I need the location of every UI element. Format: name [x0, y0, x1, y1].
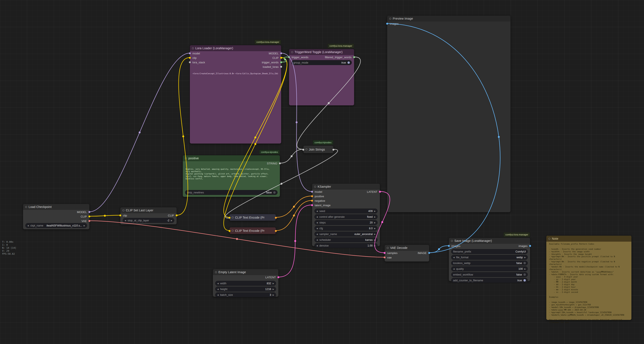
collapse-toggle-icon[interactable]	[451, 240, 453, 242]
node-positive-prompt[interactable]: comfyui-kjnodespositiveSTRINGhighres, ve…	[182, 155, 280, 197]
collapse-toggle-icon[interactable]	[389, 18, 391, 20]
widget-next-arrow-icon[interactable]: ▶	[272, 282, 274, 284]
widget-prev-arrow-icon[interactable]: ◀	[27, 224, 29, 227]
widget-embed-workflow[interactable]: embed_workflowfalse	[451, 272, 528, 277]
widget-prev-arrow-icon[interactable]: ◀	[217, 288, 219, 290]
widget-height[interactable]: ◀height1216▶	[215, 287, 276, 292]
node-join-strings[interactable]: comfyui-kjnodesJoin Strings	[303, 146, 334, 153]
port-dot[interactable]	[228, 217, 230, 219]
widget-stop-at-clip-layer[interactable]: ◀stop_at_clip_layer-2▶	[123, 218, 174, 223]
collapse-toggle-icon[interactable]	[215, 271, 217, 273]
widget-prev-arrow-icon[interactable]: ◀	[316, 233, 318, 235]
widget-prev-arrow-icon[interactable]: ◀	[316, 227, 318, 230]
note-text[interactable]: Available filename_prefix Pattern Codes …	[549, 243, 629, 324]
widget-prev-arrow-icon[interactable]: ◀	[124, 220, 126, 222]
collapse-toggle-icon[interactable]	[314, 186, 316, 188]
widget-value[interactable]: 100	[518, 268, 523, 270]
port-dot[interactable]	[311, 200, 313, 202]
node-header[interactable]: CLIP Text Encode (Pr	[230, 227, 276, 234]
node-empty-latent-image[interactable]: Empty Latent ImageLATENT◀width832▶◀heigh…	[213, 269, 278, 297]
widget-next-arrow-icon[interactable]: ▶	[374, 244, 376, 247]
widget-next-arrow-icon[interactable]: ▶	[272, 294, 274, 296]
collapse-toggle-icon[interactable]	[185, 158, 187, 159]
port-dot[interactable]	[280, 57, 282, 59]
widget-value[interactable]: 1.00	[368, 244, 373, 247]
widget-steps[interactable]: ◀steps20▶	[314, 220, 378, 225]
widget-group-mode[interactable]: group_modetrue	[292, 60, 352, 65]
node-header[interactable]: TriggerWord Toggle (LoraManager)	[289, 49, 354, 55]
node-vae-decode[interactable]: VAE DecodesamplesvaeIMAGE	[384, 244, 430, 262]
toggle-indicator[interactable]	[348, 62, 350, 64]
port-dot[interactable]	[189, 61, 191, 63]
widget-next-arrow-icon[interactable]: ▶	[84, 224, 85, 227]
collapse-toggle-icon[interactable]	[306, 148, 308, 150]
widget-value[interactable]: false	[516, 273, 522, 276]
widget-value[interactable]: -2	[167, 219, 169, 222]
port-dot[interactable]	[88, 216, 90, 218]
widget-cfg[interactable]: ◀cfg8.0▶	[314, 226, 378, 231]
port-dot[interactable]	[311, 204, 313, 206]
widget-next-arrow-icon[interactable]: ▶	[374, 227, 376, 230]
port-dot[interactable]	[279, 162, 281, 164]
port-dot[interactable]	[302, 149, 304, 151]
widget-prev-arrow-icon[interactable]: ◀	[316, 244, 318, 247]
node-note[interactable]: NoteAvailable filename_prefix Pattern Co…	[546, 236, 632, 320]
node-header[interactable]: Save Image (LoraManager)	[449, 238, 530, 244]
collapse-toggle-icon[interactable]	[232, 230, 234, 232]
toggle-indicator[interactable]	[524, 279, 526, 282]
node-lora-loader[interactable]: comfyui-lora-managerLora Loader (LoraMan…	[190, 45, 281, 144]
widget-lossless-webp[interactable]: lossless_webpfalse	[451, 260, 528, 266]
node-load-checkpoint[interactable]: Load CheckpointMODELCLIPVAE◀ckpt_nameilw…	[23, 204, 90, 230]
widget-value[interactable]: true	[517, 279, 522, 282]
collapse-toggle-icon[interactable]	[192, 47, 194, 49]
widget-value[interactable]: 8.0	[369, 227, 373, 230]
widget-prev-arrow-icon[interactable]: ◀	[453, 256, 454, 258]
widget-prev-arrow-icon[interactable]: ◀	[316, 210, 318, 212]
widget-next-arrow-icon[interactable]: ▶	[524, 268, 526, 270]
widget-value[interactable]: 20	[370, 221, 373, 224]
widget-value[interactable]: 3	[270, 294, 271, 296]
node-preview-image[interactable]: Preview Imageimages	[387, 15, 511, 212]
widget-seed[interactable]: ◀seed409▶	[314, 208, 378, 214]
widget-next-arrow-icon[interactable]: ▶	[171, 220, 172, 222]
widget-value[interactable]: ComfyUI	[515, 250, 526, 253]
collapse-toggle-icon[interactable]	[232, 216, 234, 218]
node-header[interactable]: KSampler	[312, 184, 380, 190]
node-header[interactable]: Load Checkpoint	[23, 204, 90, 210]
port-dot[interactable]	[332, 149, 334, 151]
node-header[interactable]: VAE Decode	[384, 245, 429, 251]
node-save-image[interactable]: comfyui-lora-managerSave Image (LoraMana…	[448, 238, 530, 281]
node-clip-set-last-layer[interactable]: CLIP Set Last LayerclipCLIP◀stop_at_clip…	[120, 207, 177, 224]
port-dot[interactable]	[280, 66, 282, 68]
positive-prompt-text[interactable]: highres, very detailed, amazing quality,…	[186, 168, 277, 180]
collapse-toggle-icon[interactable]	[291, 51, 293, 53]
widget-prev-arrow-icon[interactable]: ◀	[453, 268, 454, 270]
widget-width[interactable]: ◀width832▶	[215, 281, 276, 286]
widget-value[interactable]: false	[516, 262, 522, 265]
node-header[interactable]: CLIP Set Last Layer	[120, 207, 177, 213]
widget-next-arrow-icon[interactable]: ▶	[374, 233, 376, 235]
node-header[interactable]: Preview Image	[387, 16, 510, 22]
node-clip-text-encode-negative[interactable]: CLIP Text Encode (Pr	[229, 227, 276, 234]
toggle-indicator[interactable]	[524, 274, 526, 276]
node-triggerword-toggle[interactable]: comfyui-lora-managerTriggerWord Toggle (…	[289, 49, 354, 106]
port-dot[interactable]	[280, 61, 282, 63]
widget-quality[interactable]: ◀quality100▶	[451, 266, 528, 271]
port-dot[interactable]	[176, 214, 178, 216]
widget-value[interactable]: true	[341, 61, 346, 64]
port-dot[interactable]	[189, 52, 191, 54]
port-dot[interactable]	[353, 56, 355, 58]
node-header[interactable]: Join Strings	[303, 146, 334, 153]
lora-loader-text[interactable]: <lora:CreateConcept_Illustrious:0.8> <lo…	[192, 72, 278, 75]
collapse-toggle-icon[interactable]	[122, 210, 124, 211]
widget-next-arrow-icon[interactable]: ▶	[272, 288, 274, 290]
widget-next-arrow-icon[interactable]: ▶	[524, 256, 526, 258]
node-header[interactable]: Note	[546, 236, 632, 242]
port-dot[interactable]	[275, 217, 277, 219]
widget-strip-newlines[interactable]: strip_newlinesfalse	[185, 190, 278, 195]
port-dot[interactable]	[88, 220, 90, 222]
widget-next-arrow-icon[interactable]: ▶	[374, 222, 376, 224]
widget-batch-size[interactable]: ◀batch_size3▶	[215, 292, 276, 297]
port-dot[interactable]	[88, 211, 90, 213]
widget-add-counter-to-filename[interactable]: add_counter_to_filenametrue	[451, 278, 528, 283]
